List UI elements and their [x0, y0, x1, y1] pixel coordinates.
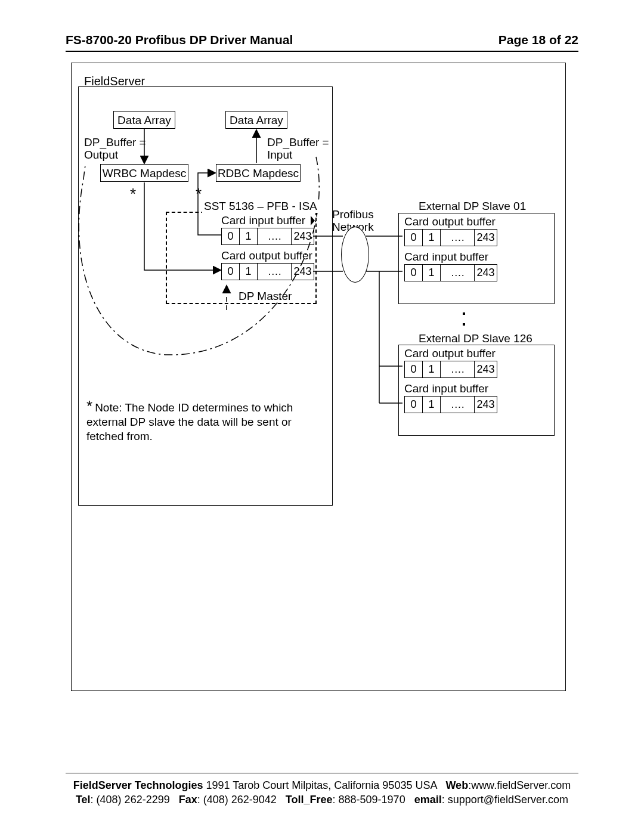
ext-slave-126-title: External DP Slave 126 [419, 332, 532, 345]
cell: …. [441, 361, 475, 377]
footer-rule [66, 773, 578, 773]
ellipsis-dot [463, 312, 465, 315]
note-star: * [86, 397, 92, 415]
cell: 1 [240, 264, 258, 280]
ext126-card-output-label: Card output buffer [404, 347, 496, 360]
cell: 0 [405, 397, 423, 413]
ext-slave-01-title: External DP Slave 01 [419, 200, 526, 213]
page-header: FS-8700-20 Profibus DP Driver Manual Pag… [66, 33, 578, 47]
page-footer: FieldServer Technologies 1991 Tarob Cour… [66, 778, 578, 807]
cell: 243 [475, 265, 497, 281]
cell: …. [441, 230, 475, 246]
footer-web: :www.fieldServer.com [468, 779, 571, 791]
ext1-card-output-cells: 0 1 …. 243 [404, 229, 497, 246]
cell: 0 [222, 264, 240, 280]
footer-fax: : (408) 262-9042 [197, 794, 277, 806]
cell: 243 [292, 228, 314, 244]
sst-card-input-cells: 0 1 …. 243 [221, 228, 314, 245]
cell: 1 [423, 361, 441, 377]
footer-tollfree-lbl: Toll_Free [286, 794, 333, 806]
cell: 243 [475, 230, 497, 246]
cell: …. [441, 397, 475, 413]
footer-tollfree: : 888-509-1970 [333, 794, 405, 806]
ext1-card-output-label: Card output buffer [404, 215, 496, 228]
rdbc-mapdesc: RDBC Mapdesc [216, 164, 301, 182]
footer-company: FieldServer Technologies [73, 779, 203, 791]
wrbc-mapdesc: WRBC Mapdesc [100, 164, 188, 182]
dp-buffer-output-l2: Output [84, 148, 118, 162]
header-rule [66, 51, 578, 52]
footer-tel: : (408) 262-2299 [91, 794, 170, 806]
cell: 0 [405, 265, 423, 281]
dp-buffer-input-l2: Input [267, 148, 292, 162]
note-text: Note: The Node ID determines to which ex… [86, 401, 293, 442]
cell: 0 [405, 230, 423, 246]
cell: 243 [475, 361, 497, 377]
sst-card-input-label: Card input buffer [221, 214, 305, 227]
cell: 1 [423, 265, 441, 281]
cell: 0 [405, 361, 423, 377]
data-array-right: Data Array [225, 111, 287, 129]
profibus-label-l1: Profibus [332, 208, 374, 221]
header-page: Page 18 of 22 [499, 33, 578, 47]
cell: 243 [292, 264, 314, 280]
ext1-card-input-cells: 0 1 …. 243 [404, 264, 497, 281]
footer-addr-text: 1991 Tarob Court Milpitas, California 95… [206, 779, 437, 791]
node-id-note: *Note: The Node ID determines to which e… [86, 398, 325, 443]
cell: 243 [475, 397, 497, 413]
dp-buffer-output-l1: DP_Buffer = [84, 136, 146, 149]
footer-web-lbl: Web [445, 779, 468, 791]
footer-fax-lbl: Fax [179, 794, 197, 806]
header-title: FS-8700-20 Profibus DP Driver Manual [66, 33, 293, 47]
sst-title: SST 5136 – PFB - ISA [202, 200, 319, 213]
sst-card-output-label: Card output buffer [221, 249, 312, 262]
footer-email-lbl: email [414, 794, 442, 806]
ellipsis-dot [463, 323, 465, 326]
ext126-card-output-cells: 0 1 …. 243 [404, 361, 497, 378]
cell: …. [258, 228, 292, 244]
cell: 1 [423, 230, 441, 246]
cell: …. [441, 265, 475, 281]
cell: 1 [423, 397, 441, 413]
ext126-card-input-cells: 0 1 …. 243 [404, 396, 497, 413]
note-star-left: * [130, 186, 136, 202]
cell: …. [258, 264, 292, 280]
dp-master-label: DP Master [239, 290, 292, 303]
profibus-network-oval [341, 227, 369, 283]
ext126-card-input-label: Card input buffer [404, 382, 488, 395]
ext1-card-input-label: Card input buffer [404, 250, 488, 264]
footer-email: : support@fieldServer.com [442, 794, 568, 806]
dp-buffer-input-l1: DP_Buffer = [267, 136, 329, 149]
footer-tel-lbl: Tel [76, 794, 91, 806]
sst-card-output-cells: 0 1 …. 243 [221, 263, 314, 280]
cell: 0 [222, 228, 240, 244]
note-star-right: * [196, 186, 202, 202]
cell: 1 [240, 228, 258, 244]
data-array-left: Data Array [113, 111, 175, 129]
